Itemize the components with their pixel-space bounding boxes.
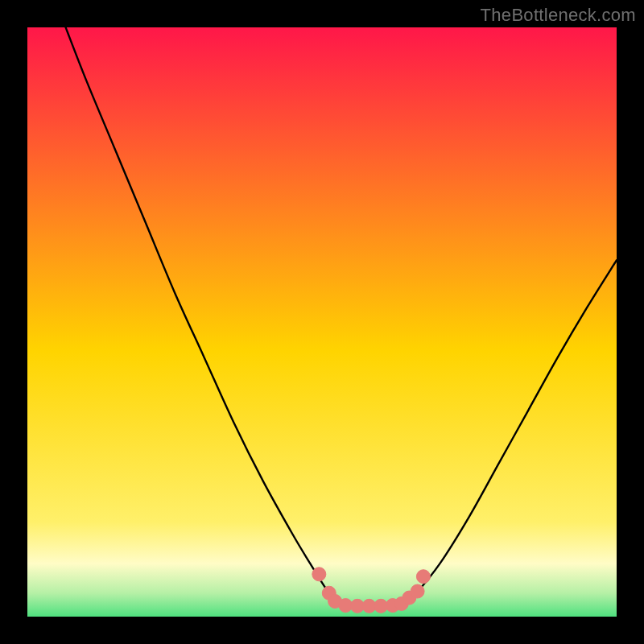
watermark-text: TheBottleneck.com (481, 5, 636, 26)
gradient-background (27, 27, 617, 617)
marker-dot (411, 584, 424, 598)
plot-area (27, 27, 617, 617)
marker-dot (312, 568, 326, 581)
marker-dot (416, 570, 430, 584)
chart-svg (27, 27, 617, 617)
chart-frame: TheBottleneck.com (0, 0, 644, 644)
